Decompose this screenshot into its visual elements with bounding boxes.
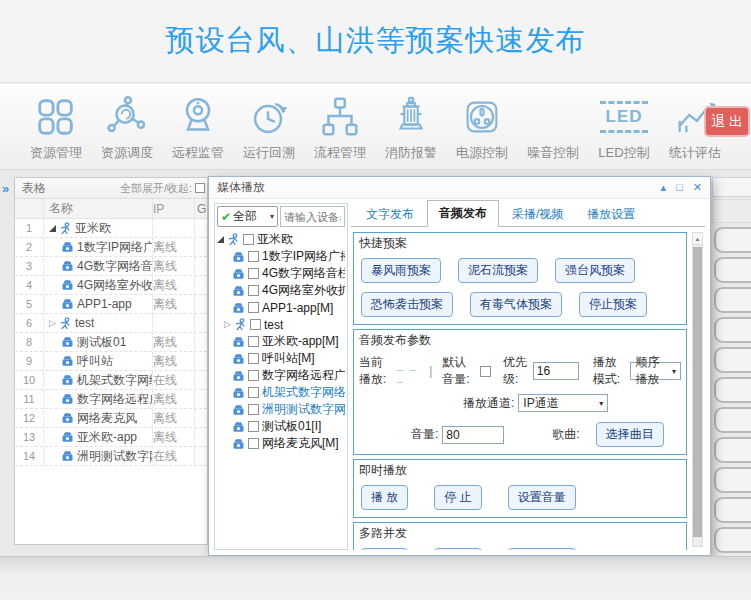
- background-button[interactable]: [714, 497, 751, 523]
- table-row[interactable]: 8测试板01离线: [15, 333, 207, 352]
- background-button[interactable]: [714, 257, 751, 283]
- toolbar-item-power-control[interactable]: 电源控制: [448, 93, 516, 169]
- instant-play-button[interactable]: 播 放: [361, 485, 408, 510]
- checkbox[interactable]: [248, 387, 259, 398]
- toolbar-item-remote-monitor[interactable]: 远程监管: [164, 93, 232, 169]
- caret-collapsed-icon[interactable]: ▷: [49, 319, 56, 328]
- table-row[interactable]: 1亚米欧: [15, 219, 207, 238]
- checkbox[interactable]: [248, 438, 259, 449]
- checkbox[interactable]: [250, 319, 261, 330]
- checkbox[interactable]: [243, 234, 254, 245]
- background-button[interactable]: [714, 437, 751, 463]
- device-status: [152, 314, 194, 332]
- checkbox[interactable]: [248, 336, 259, 347]
- background-button[interactable]: [714, 467, 751, 493]
- toolbar-item-resource-dispatch[interactable]: 资源调度: [93, 93, 161, 169]
- tab-4[interactable]: 播放设置: [576, 202, 646, 227]
- tree-item[interactable]: 1数字IP网络广播: [217, 248, 345, 265]
- panel-collapse-chevron[interactable]: »: [2, 181, 9, 196]
- caret-collapsed-icon[interactable]: ▷: [224, 320, 231, 329]
- toolbar-item-led-control[interactable]: LED LED控制: [590, 93, 658, 169]
- checkbox[interactable]: [248, 353, 259, 364]
- tree-item[interactable]: APP1-app[M]: [217, 299, 345, 316]
- tree-item[interactable]: 4G网络室外收扩: [217, 282, 345, 299]
- toolbar-item-noise-control[interactable]: 噪音控制: [519, 93, 587, 169]
- background-button[interactable]: [714, 227, 751, 253]
- checkbox[interactable]: [248, 404, 259, 415]
- tree-item[interactable]: 测试板01[I]: [217, 418, 345, 435]
- plan-button[interactable]: 暴风雨预案: [361, 258, 441, 283]
- tree-item[interactable]: 网络麦克风[M]: [217, 435, 345, 452]
- toolbar-item-resource-manage[interactable]: 资源管理: [22, 93, 90, 169]
- plan-button[interactable]: 停止预案: [579, 292, 647, 317]
- plan-button[interactable]: 泥石流预案: [458, 258, 538, 283]
- maximize-icon[interactable]: □: [676, 182, 683, 193]
- expand-all-checkbox[interactable]: [195, 183, 205, 193]
- channel-select[interactable]: IP通道 ▾: [518, 394, 608, 412]
- tab-3[interactable]: 采播/视频: [501, 202, 574, 227]
- instant-play-button[interactable]: 停 止: [434, 485, 481, 510]
- background-button[interactable]: [714, 287, 751, 313]
- instant-play-button[interactable]: 设置音量: [508, 485, 576, 510]
- table-row[interactable]: 14洲明测试数字网在线: [15, 447, 207, 466]
- table-row[interactable]: 44G网络室外收扩离线: [15, 276, 207, 295]
- tree-item[interactable]: 亚米欧-app[M]: [217, 333, 345, 350]
- background-button[interactable]: [714, 407, 751, 433]
- tree-item[interactable]: 4G数字网络音柱: [217, 265, 345, 282]
- default-volume-checkbox[interactable]: [480, 366, 491, 377]
- collapse-icon[interactable]: ▴: [661, 182, 667, 193]
- checkbox[interactable]: [248, 251, 259, 262]
- scroll-up-icon[interactable]: ▲: [693, 233, 702, 245]
- concurrent-button[interactable]: 勾选设备: [508, 548, 576, 550]
- play-mode-select[interactable]: 顺序播放 ▾: [630, 362, 681, 380]
- background-button[interactable]: [714, 347, 751, 373]
- checkbox[interactable]: [248, 370, 259, 381]
- background-button[interactable]: [714, 377, 751, 403]
- table-row[interactable]: 21数字IP网络广播离线: [15, 238, 207, 257]
- banner: 预设台风、山洪等预案快速发布: [0, 0, 751, 83]
- exit-button[interactable]: 退 出: [704, 106, 750, 137]
- background-button[interactable]: [714, 317, 751, 343]
- plan-button[interactable]: 恐怖袭击预案: [361, 292, 453, 317]
- tab-2[interactable]: 音频发布: [427, 200, 499, 227]
- tree-item[interactable]: 数字网络远程广播: [217, 367, 345, 384]
- priority-input[interactable]: [533, 362, 579, 380]
- toolbar-item-run-rewind[interactable]: 运行回溯: [235, 93, 303, 169]
- checkbox[interactable]: [248, 285, 259, 296]
- table-row[interactable]: 11数字网络远程广离线: [15, 390, 207, 409]
- plan-button[interactable]: 有毒气体预案: [470, 292, 562, 317]
- table-row[interactable]: 34G数字网络音柱离线: [15, 257, 207, 276]
- concurrent-button[interactable]: 播 放: [361, 548, 408, 550]
- table-row[interactable]: 5APP1-app离线: [15, 295, 207, 314]
- caret-expanded-icon[interactable]: [49, 225, 56, 232]
- toolbar-item-flow-manage[interactable]: 流程管理: [306, 93, 374, 169]
- tree-item[interactable]: 亚米欧: [217, 231, 345, 248]
- checkbox[interactable]: [248, 268, 259, 279]
- plan-button[interactable]: 强台风预案: [555, 258, 635, 283]
- tree-item[interactable]: 呼叫站[M]: [217, 350, 345, 367]
- tree-item[interactable]: ▷test: [217, 316, 345, 333]
- volume-input[interactable]: [442, 426, 504, 444]
- device-name: 亚米欧: [75, 220, 111, 237]
- checkbox[interactable]: [248, 302, 259, 313]
- scrollbar-thumb[interactable]: [693, 247, 702, 537]
- tree-item[interactable]: 洲明测试数字网络: [217, 401, 345, 418]
- tab-1[interactable]: 文字发布: [355, 202, 425, 227]
- select-track-button[interactable]: 选择曲目: [596, 422, 664, 447]
- close-icon[interactable]: ✕: [693, 182, 702, 193]
- table-row[interactable]: 10机架式数字网络在线: [15, 371, 207, 390]
- device-tree-panel: ✔ 全部 ▾ 亚米欧1数字IP网络广播4G数字网络音柱4G网络室外收扩APP1-…: [214, 203, 348, 550]
- toolbar-item-fire-alarm[interactable]: 消防报警: [377, 93, 445, 169]
- toolbar-item-label: 远程监管: [164, 144, 232, 162]
- concurrent-button[interactable]: 停 止: [434, 548, 481, 550]
- table-row[interactable]: 9呼叫站离线: [15, 352, 207, 371]
- tree-item[interactable]: 机架式数字网络机: [217, 384, 345, 401]
- table-row[interactable]: 12网络麦克风离线: [15, 409, 207, 428]
- checkbox[interactable]: [248, 421, 259, 432]
- device-search-input[interactable]: [280, 206, 345, 227]
- table-row[interactable]: 13亚米欧-app离线: [15, 428, 207, 447]
- background-button[interactable]: [714, 527, 751, 553]
- filter-dropdown[interactable]: ✔ 全部 ▾: [217, 206, 278, 227]
- table-row[interactable]: 6▷test: [15, 314, 207, 333]
- caret-expanded-icon[interactable]: [217, 236, 224, 243]
